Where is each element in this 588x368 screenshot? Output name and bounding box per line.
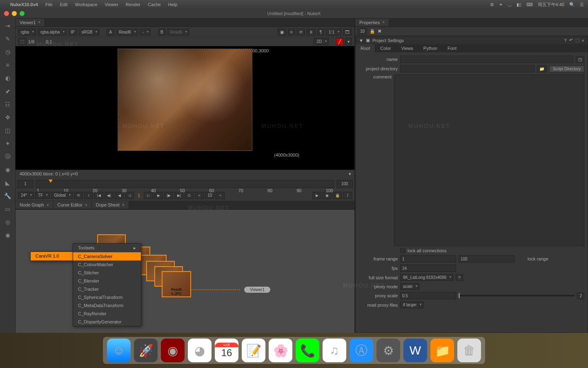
close-icon[interactable]: × xyxy=(38,20,41,25)
viewer-node[interactable]: Viewer1 xyxy=(244,287,270,293)
read-a-dropdown[interactable]: Read6 xyxy=(116,29,138,36)
fps-field[interactable] xyxy=(400,265,456,272)
pause-icon[interactable]: ⏸ xyxy=(307,29,316,36)
menu-rayrender[interactable]: C_RayRender xyxy=(73,310,141,318)
dock-itunes-icon[interactable]: ♫ xyxy=(323,339,346,362)
node-graph[interactable]: Read6 6.JPG Viewer1 CaraVR 1.0▸ Toolsets… xyxy=(16,210,354,333)
timeline[interactable]: 1 100 1 10 20 30 40 50 60 70 80 90 100 xyxy=(16,178,354,190)
disclosure-icon[interactable]: ▼ xyxy=(359,38,363,43)
tool-import-icon[interactable]: ⇥ xyxy=(3,21,12,30)
float-icon[interactable]: ⬚ xyxy=(575,38,579,43)
pscale-n[interactable]: 2 xyxy=(577,292,584,299)
tool-eye-icon[interactable]: ◉ xyxy=(3,165,12,174)
clock[interactable]: 周五下午4:40 xyxy=(538,2,564,8)
menu-camerasolver[interactable]: C_CameraSolver xyxy=(73,252,141,260)
refresh-icon[interactable]: ⟳ xyxy=(297,29,305,36)
tab-dopesheet[interactable]: Dope Sheet× xyxy=(92,201,129,209)
dock-chrome-icon[interactable]: ◕ xyxy=(188,339,212,362)
script-dir-button[interactable]: Script Directory xyxy=(549,65,584,72)
menu-cache[interactable]: Cache xyxy=(148,2,161,7)
menu-edit[interactable]: Edit xyxy=(60,2,68,7)
format-eq-icon[interactable]: = xyxy=(456,274,463,281)
tool-brush-icon[interactable]: ✎ xyxy=(3,34,12,43)
wipe-dropdown[interactable]: - xyxy=(140,29,151,36)
timeline-start[interactable]: 1 xyxy=(17,180,33,188)
menu-viewer[interactable]: Viewer xyxy=(105,2,118,7)
minimize-window[interactable] xyxy=(12,11,17,16)
channel-dropdown[interactable]: rgba xyxy=(18,29,36,36)
input-a-button[interactable]: A xyxy=(107,29,114,36)
timeline-end[interactable]: 100 xyxy=(336,180,353,188)
menu-workspace[interactable]: Workspace xyxy=(75,2,98,7)
mode-2d-dropdown[interactable]: 2D xyxy=(314,38,329,45)
tf-dropdown[interactable]: TF xyxy=(35,192,50,199)
close-icon[interactable]: × xyxy=(382,20,385,25)
zoom-icon[interactable]: 🗖 xyxy=(343,29,352,36)
lock-icon[interactable]: 🔒 xyxy=(370,29,375,34)
ip-button[interactable]: IP xyxy=(68,29,77,36)
tab-font[interactable]: Font xyxy=(443,44,462,52)
tool-cube-icon[interactable]: ◫ xyxy=(3,126,12,135)
dock-nuke-icon[interactable]: ◉ xyxy=(161,339,185,362)
proxyfiles-dropdown[interactable]: if larger xyxy=(400,301,423,308)
tool-particle-icon[interactable]: ✦ xyxy=(3,139,12,148)
read-b-dropdown[interactable]: Read6 xyxy=(167,29,189,36)
menu-icon[interactable]: ☰ xyxy=(580,2,584,7)
menu-help[interactable]: Help xyxy=(168,2,178,7)
tool-swirl-icon[interactable]: ◉ xyxy=(3,231,12,240)
frame-end-field[interactable] xyxy=(459,255,514,263)
menu-disparitygenerator[interactable]: C_DisparityGenerator xyxy=(73,318,141,326)
tool-paint-icon[interactable]: ⬋ xyxy=(3,87,12,96)
proxyscale-slider[interactable] xyxy=(459,295,575,296)
help-icon[interactable]: ? xyxy=(564,38,566,43)
name-extra-icon[interactable]: ◳ xyxy=(576,56,584,63)
dock-trash-icon[interactable]: 🗑 xyxy=(457,339,481,362)
dock-facetime-icon[interactable]: 📞 xyxy=(296,339,319,362)
dock-notes-icon[interactable]: 📝 xyxy=(242,339,265,362)
input-icon[interactable]: ⌨ xyxy=(526,2,533,7)
playhead-icon[interactable] xyxy=(49,180,53,183)
submenu-header[interactable]: Toolsets▸ xyxy=(73,244,141,252)
properties-tab[interactable]: Properties× xyxy=(355,19,389,26)
fps-dropdown[interactable]: 24* xyxy=(18,192,34,199)
close-icon[interactable]: × xyxy=(85,203,87,207)
menu-blender[interactable]: C_Blender xyxy=(73,277,141,285)
maximize-window[interactable] xyxy=(20,11,24,16)
dock-word-icon[interactable]: W xyxy=(403,339,427,362)
proxymode-dropdown[interactable]: scale xyxy=(400,283,419,290)
tool-stack-icon[interactable]: ≡ xyxy=(3,61,12,70)
tool-d-icon[interactable]: Ⓓ xyxy=(3,152,12,161)
roi-icon[interactable]: ≡ xyxy=(288,29,295,36)
tool-target-icon[interactable]: ◎ xyxy=(3,218,12,227)
close-icon[interactable]: × xyxy=(47,203,49,207)
tool-wrench-icon[interactable]: 🔧 xyxy=(3,191,12,200)
clear-icon[interactable]: ✖ xyxy=(378,29,381,34)
read-node-6[interactable]: Read6 6.JPG xyxy=(162,271,191,297)
dock-settings-icon[interactable]: ⚙ xyxy=(376,339,400,362)
tab-curve[interactable]: Curve Editor× xyxy=(53,201,92,209)
section-title[interactable]: ▼ ▣ Project Settings ? ↶ ⬚ × xyxy=(356,36,588,44)
input-b-button[interactable]: B xyxy=(158,29,166,36)
menu-tracker[interactable]: C_Tracker xyxy=(73,285,141,293)
frame-start-field[interactable] xyxy=(400,255,456,263)
dock-launchpad-icon[interactable]: 🚀 xyxy=(134,339,158,362)
viewer-tab[interactable]: Viewer1 × xyxy=(16,19,45,26)
lut-dropdown[interactable]: sRGB xyxy=(79,29,100,36)
tab-color[interactable]: Color xyxy=(375,44,396,52)
skip-value[interactable]: 10 xyxy=(205,192,214,199)
tool-layers-icon[interactable]: ☷ xyxy=(3,100,12,109)
clip-icon[interactable]: ▣ xyxy=(278,29,286,36)
menu-stitcher[interactable]: C_Stitcher xyxy=(73,269,141,277)
close-icon[interactable]: × xyxy=(122,203,125,207)
tab-views[interactable]: Views xyxy=(396,44,419,52)
bluetooth-icon[interactable]: ⚭ xyxy=(499,2,503,7)
dock-folder-icon[interactable]: 📁 xyxy=(430,339,454,362)
alpha-dropdown[interactable]: rgba.alpha xyxy=(38,29,67,36)
dock-photos-icon[interactable]: 🌸 xyxy=(269,339,292,362)
tool-clock-icon[interactable]: ◷ xyxy=(3,47,12,56)
export-icon[interactable]: ⤴ xyxy=(343,192,352,199)
folder-icon[interactable]: 📁 xyxy=(537,65,547,72)
tool-tag-icon[interactable]: ◣ xyxy=(3,178,12,187)
overlay-icon[interactable]: ╱ xyxy=(336,38,343,45)
menu-render[interactable]: Render xyxy=(126,2,140,7)
